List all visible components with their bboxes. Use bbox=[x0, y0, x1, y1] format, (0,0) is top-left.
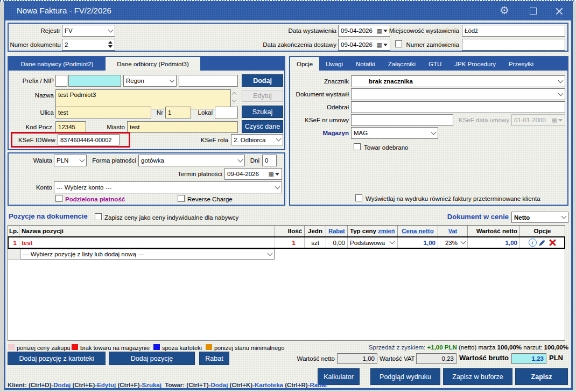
ulica-input[interactable]: test bbox=[55, 107, 151, 118]
forma-platnosci-value: gotówka bbox=[141, 157, 238, 164]
settings-gear-icon[interactable]: ⚙ bbox=[500, 4, 509, 17]
tab-zalaczniki[interactable]: Załączniki bbox=[382, 57, 422, 71]
regon-select[interactable]: Regon bbox=[123, 75, 177, 87]
odebral-input[interactable] bbox=[351, 101, 565, 113]
ulica-label: Ulica bbox=[16, 109, 54, 116]
rabat-button[interactable]: Rabat bbox=[199, 352, 229, 365]
spinner-arrows-icon[interactable] bbox=[108, 41, 113, 48]
status-link-kartoteka: Kartoteka bbox=[255, 382, 283, 388]
dropdown-arrow-icon bbox=[383, 30, 388, 32]
tab-notatki[interactable]: Notatki bbox=[349, 57, 382, 71]
position-picker-select[interactable]: --- Wybierz pozycję z listy lub dodaj no… bbox=[20, 249, 275, 260]
dni-input[interactable]: 0 bbox=[262, 155, 277, 166]
nip-input[interactable] bbox=[68, 75, 121, 87]
col-vat[interactable]: Vat bbox=[438, 226, 468, 236]
row-vat[interactable]: 23% bbox=[438, 237, 468, 248]
edit-pencil-icon[interactable] bbox=[538, 239, 546, 247]
znacznik-label: Znacznik bbox=[301, 78, 349, 85]
profit-marza: 100,00% bbox=[497, 344, 522, 351]
znacznik-select[interactable]: brak znacznika bbox=[351, 75, 565, 87]
magazyn-select[interactable]: MAG bbox=[351, 127, 438, 139]
wyswietlaj-checkbox[interactable] bbox=[355, 194, 362, 201]
kod-pocztowy-input[interactable]: 12345 bbox=[55, 121, 86, 133]
rejestr-label: Rejestr bbox=[13, 27, 60, 34]
dropdown-arrow-icon bbox=[558, 119, 563, 122]
chevron-down-icon bbox=[558, 90, 564, 96]
dodaj-button[interactable]: Dodaj bbox=[242, 74, 283, 87]
legend-label-2: brak towaru na magazynie bbox=[80, 344, 150, 352]
tab-jpk-procedury[interactable]: JPK Procedury bbox=[448, 57, 502, 71]
ksef-rola-select[interactable]: 2. Odbiorca bbox=[231, 134, 283, 145]
status-link-szukaj: Szukaj bbox=[142, 382, 161, 388]
zapisz-button[interactable]: Zapisz bbox=[515, 368, 568, 385]
delete-x-icon[interactable] bbox=[548, 239, 556, 247]
regon-number-input[interactable] bbox=[179, 75, 238, 87]
tab-dane-nabywcy[interactable]: Dane nabywcy (Podmiot2) bbox=[9, 57, 106, 71]
rejestr-select[interactable]: FV bbox=[62, 25, 115, 37]
data-zakonczenia-value: 09-04-2026 bbox=[341, 41, 377, 48]
data-zakonczenia-input[interactable]: 09-04-2026▦ bbox=[338, 39, 390, 51]
waluta-select[interactable]: PLN bbox=[54, 155, 87, 166]
nazwa-scroll-arrows-icon[interactable] bbox=[233, 93, 236, 102]
profit-label: Sprzedaż z zyskiem: bbox=[369, 344, 425, 351]
nr-label: Nr bbox=[152, 109, 163, 116]
positions-table-header: Lp. Nazwa pozycji Ilość Jedn Rabat Typ c… bbox=[8, 226, 565, 237]
szukaj-button[interactable]: Szukaj bbox=[242, 106, 283, 118]
ksef-data-umowy-input: 01-01-2000▦ bbox=[511, 114, 565, 126]
tab-dane-odbiorcy[interactable]: Dane odbiorcy (Podmiot3) bbox=[106, 57, 200, 71]
miejscowosc-input[interactable]: Łódź bbox=[462, 25, 565, 37]
czysc-dane-button[interactable]: Czyść dane bbox=[242, 120, 283, 133]
wartosc-vat-field: 0,23 bbox=[416, 353, 456, 364]
wartosc-netto-field: 1,00 bbox=[337, 353, 377, 364]
ksef-idwew-input[interactable]: 8374604464-00002 bbox=[58, 134, 120, 145]
podzielona-platnosc-checkbox[interactable] bbox=[55, 195, 62, 202]
prefix-input[interactable] bbox=[55, 75, 67, 87]
ksef-rola-value: 2. Odbiorca bbox=[234, 137, 277, 143]
termin-platnosci-input[interactable]: 09-04-2026▦ bbox=[224, 168, 282, 180]
tab-gtu[interactable]: GTU bbox=[422, 57, 448, 71]
position-picker-value: --- Wybierz pozycję z listy lub dodaj no… bbox=[23, 251, 268, 257]
tab-uwagi[interactable]: Uwagi bbox=[319, 57, 349, 71]
zapisz-ceny-checkbox[interactable] bbox=[95, 213, 102, 220]
calendar-icon: ▦ bbox=[552, 117, 557, 123]
rejestr-value: FV bbox=[65, 27, 109, 34]
konto-select[interactable]: --- Wybierz konto --- bbox=[54, 181, 282, 193]
dokument-w-cenie-select[interactable]: Netto bbox=[511, 212, 568, 223]
ksef-nr-umowy-input[interactable] bbox=[351, 114, 453, 126]
zapisz-w-buforze-button[interactable]: Zapisz w buforze bbox=[443, 368, 512, 385]
chevron-down-icon bbox=[268, 250, 273, 256]
legend-swatch-blue bbox=[153, 344, 160, 350]
miasto-input[interactable]: test bbox=[127, 121, 238, 133]
status-link-dodaj-towar: Dodaj bbox=[210, 382, 228, 388]
ksef-idwew-label: KSeF IDWew bbox=[18, 136, 55, 144]
close-icon[interactable] bbox=[555, 7, 564, 16]
chevron-down-icon bbox=[276, 136, 282, 142]
waluta-label: Waluta bbox=[16, 157, 52, 164]
dodaj-pozycje-z-kartoteki-button[interactable]: Dodaj pozycję z kartoteki bbox=[8, 352, 106, 365]
wartosc-brutto-value: 1,23 bbox=[532, 355, 544, 362]
info-icon[interactable]: i bbox=[529, 239, 537, 247]
numer-zamowienia-input[interactable] bbox=[462, 39, 565, 51]
forma-platnosci-select[interactable]: gotówka bbox=[138, 155, 245, 166]
dodaj-pozycje-button[interactable]: Dodaj pozycję bbox=[109, 352, 195, 365]
reverse-charge-checkbox[interactable] bbox=[178, 195, 185, 202]
podglad-wydruku-button[interactable]: Podgląd wydruku bbox=[370, 368, 440, 385]
tab-przesylki[interactable]: Przesyłki bbox=[502, 57, 540, 71]
nr-input[interactable]: 1 bbox=[165, 107, 191, 118]
col-rabat[interactable]: Rabat bbox=[326, 226, 348, 236]
row-typ-ceny[interactable]: Podstawowa bbox=[348, 237, 398, 248]
miejscowosc-label: Miejscowość wystawienia bbox=[389, 27, 459, 34]
maximize-icon[interactable] bbox=[530, 8, 537, 15]
numer-dokumentu-input[interactable]: 2 bbox=[62, 39, 115, 51]
dokument-wystawil-select[interactable] bbox=[351, 88, 565, 100]
col-zmien-link[interactable]: zmień bbox=[378, 228, 395, 234]
tab-opcje[interactable]: Opcje bbox=[290, 57, 319, 71]
legend-label-4: poniżej stanu minimalnego bbox=[214, 344, 284, 352]
edytuj-button[interactable]: Edytuj bbox=[242, 90, 283, 102]
reverse-charge-label: Reverse Charge bbox=[187, 195, 233, 203]
position-row[interactable]: 1 test 1 szt 0,00 Podstawowa 1,00 23% 1,… bbox=[8, 236, 565, 249]
towar-odebrano-checkbox[interactable] bbox=[354, 143, 361, 150]
lokal-input[interactable] bbox=[215, 107, 238, 118]
data-wystawienia-input[interactable]: 09-04-2026▦ bbox=[338, 25, 390, 37]
col-cena-netto[interactable]: Cena netto bbox=[398, 226, 438, 236]
